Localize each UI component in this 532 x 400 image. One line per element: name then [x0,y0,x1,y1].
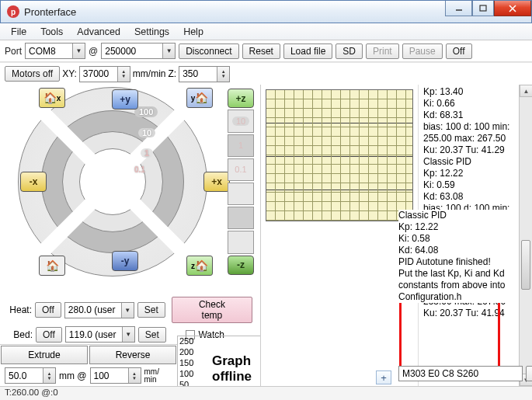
z-speed-spin[interactable] [179,66,230,82]
extrude-button[interactable]: Extrude [1,346,88,364]
menu-tools[interactable]: Tools [34,25,69,39]
port-combo[interactable] [25,43,85,59]
xy-label: XY: [62,68,77,79]
mm-at-label: mm @ [59,370,87,381]
xy-speed-value[interactable] [80,67,117,82]
port-label: Port [5,46,22,57]
bed-off-button[interactable]: Off [36,327,62,343]
bed-set-button[interactable]: Set [138,327,166,343]
scrollbar[interactable]: ▲ ▼ [519,85,532,386]
reverse-button[interactable]: Reverse [89,346,176,364]
console-line: Ki: 0.59 [423,179,516,191]
bed-label: Bed: [5,329,33,340]
plus-z-button[interactable]: +z [228,89,254,108]
chevron-down-icon[interactable] [72,43,85,58]
bed-temp-combo[interactable] [65,326,135,343]
dial-1[interactable]: 1 [141,148,153,158]
check-temp-button[interactable]: Check temp [172,297,252,323]
xy-unit: mm/min [133,68,166,79]
extrude-speed-spin[interactable] [90,367,141,384]
scroll-thumb[interactable] [521,240,530,290]
plus-button[interactable]: + [376,370,391,384]
sd-button[interactable]: SD [336,43,363,59]
send-button[interactable]: Send [526,366,532,381]
baud-value[interactable] [102,46,162,57]
scroll-up-icon[interactable]: ▲ [520,85,532,97]
xy-dial[interactable]: 100 10 1 0.1 +y -y -x +x 🏠x y🏠 🏠 z🏠 [16,85,210,279]
window-buttons [445,1,531,16]
dial-100[interactable]: 100 [134,106,158,117]
close-button[interactable] [494,1,531,16]
titlebar: p Pronterface [0,0,532,23]
console-line: constants from above into [398,280,515,291]
heat-temp-combo[interactable] [64,302,134,318]
spinner-icon[interactable] [217,67,229,82]
z-step-1[interactable]: 1 [228,134,254,157]
spinner-icon[interactable] [43,368,55,383]
pause-button[interactable]: Pause [402,43,443,59]
z-step-01b[interactable] [228,183,254,205]
disconnect-button[interactable]: Disconnect [179,43,238,59]
home-all-button[interactable]: 🏠 [39,256,65,276]
maximize-button[interactable] [472,1,494,16]
baud-combo[interactable] [101,43,176,59]
console-line: PID Autotune finished! [398,256,515,268]
minus-z-button[interactable]: -z [228,256,254,275]
z-step-1b[interactable] [228,207,254,229]
minimize-button[interactable] [445,1,472,16]
menu-help[interactable]: Help [177,25,210,39]
minus-y-button[interactable]: -y [112,251,138,271]
z-speed-value[interactable] [179,67,217,82]
menu-settings[interactable]: Settings [128,25,176,39]
gcode-input[interactable] [398,366,523,381]
status-bar: T:260.00 @:0 [0,386,532,400]
plus-y-button[interactable]: +y [112,89,138,110]
console-line: Kd: 63.08 [423,191,516,203]
heat-off-button[interactable]: Off [35,302,61,318]
chevron-down-icon[interactable] [122,327,134,342]
heat-set-button[interactable]: Set [137,302,165,318]
dial-10[interactable]: 10 [138,128,155,137]
plus-x-button[interactable]: +x [203,172,230,192]
preview-area [261,85,418,224]
y-150: 150 [179,358,193,367]
home-z-button[interactable]: z🏠 [186,256,213,276]
home-x-button[interactable]: 🏠x [39,88,65,108]
y-100: 100 [179,369,193,378]
heat-row: Heat: Off Set Check temp [0,295,260,325]
port-value[interactable] [26,46,72,57]
xy-speed-spin[interactable] [79,66,130,82]
chevron-down-icon[interactable] [162,43,175,58]
motors-off-button[interactable]: Motors off [5,66,60,82]
console-line: Ku: 20.37 Tu: 41.94 [423,308,516,319]
y-250: 250 [179,336,193,346]
loadfile-button[interactable]: Load file [283,43,332,59]
home-y-button[interactable]: y🏠 [186,88,213,108]
reset-button[interactable]: Reset [242,43,280,59]
console-line: Put the last Kp, Ki and Kd [398,268,515,280]
dial-01[interactable]: 0.1 [134,165,145,174]
send-row: Send [395,363,527,384]
console-line: Ki: 0.58 [398,233,515,245]
spinner-icon[interactable] [128,368,141,383]
extrude-params: mm @ mm/min [0,365,177,386]
z-step-10[interactable]: 10 [228,110,254,132]
window-title: Pronterface [24,6,76,18]
svg-rect-1 [480,5,486,11]
console-line: Kp: 13.40 [423,86,516,98]
menubar: File Tools Advanced Settings Help [0,23,532,40]
chevron-down-icon[interactable] [121,303,134,318]
off-button[interactable]: Off [446,43,472,59]
heat-label: Heat: [5,304,32,315]
spinner-icon[interactable] [117,67,130,82]
z-label: Z: [169,68,177,79]
menu-file[interactable]: File [5,25,33,39]
z-step-10b[interactable] [228,231,254,253]
z-step-01[interactable]: 0.1 [228,158,254,181]
menu-advanced[interactable]: Advanced [71,25,127,39]
extrude-row: Extrude Reverse [0,344,177,365]
build-plate-grid[interactable] [266,89,413,221]
extrude-len-spin[interactable] [5,367,56,384]
minus-x-button[interactable]: -x [20,172,47,192]
print-button[interactable]: Print [366,43,399,59]
